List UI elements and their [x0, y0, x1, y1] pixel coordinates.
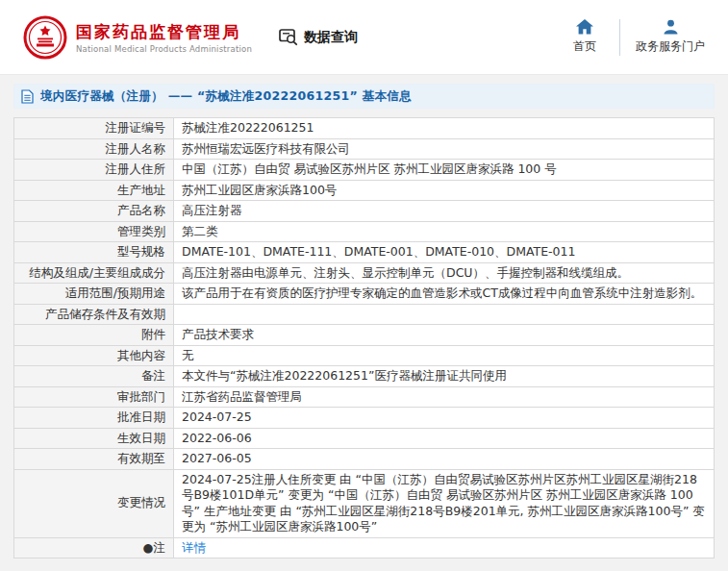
field-label: 生产地址: [14, 180, 174, 201]
field-value: 无: [174, 345, 715, 366]
field-value: 该产品用于在有资质的医疗护理专家确定的血管造影术或CT成像过程中向血管系统中注射…: [174, 284, 715, 305]
detail-link[interactable]: 详情: [182, 540, 206, 555]
page-title-bar: 境内医疗器械（注册） —— “苏械注准20222061251” 基本信息: [13, 84, 715, 109]
field-label: 型号规格: [14, 242, 174, 263]
field-value: 详情: [174, 537, 715, 559]
table-row: 其他内容无: [14, 345, 715, 366]
table-row: 变更情况2024-07-25注册人住所变更 由 “中国（江苏）自由贸易试验区苏州…: [14, 469, 715, 537]
table-row: 生产地址苏州工业园区唐家浜路100号: [14, 180, 715, 201]
table-row: 附件产品技术要求: [14, 325, 715, 346]
field-value: 苏州恒瑞宏远医疗科技有限公司: [174, 138, 715, 160]
field-label: ●注: [14, 537, 174, 559]
document-icon: [21, 89, 34, 104]
field-label: 注册人名称: [14, 138, 174, 160]
nav-portal-label: 政务服务门户: [636, 38, 705, 55]
field-value: 2024-07-25注册人住所变更 由 “中国（江苏）自由贸易试验区苏州片区苏州…: [174, 469, 715, 537]
field-label: 生效日期: [14, 428, 174, 449]
field-value: 高压注射器由电源单元、注射头、显示控制单元（DCU）、手握控制器和线缆组成。: [174, 262, 715, 284]
field-label: 有效期至: [14, 449, 174, 470]
field-label: 产品储存条件及有效期: [14, 304, 174, 325]
field-label: 管理类别: [14, 221, 174, 242]
field-label: 批准日期: [14, 408, 174, 429]
field-value: [174, 304, 715, 325]
home-icon: [576, 19, 593, 35]
org-name-cn: 国家药品监督管理局: [76, 21, 252, 42]
nav-portal[interactable]: 政务服务门户: [636, 19, 705, 55]
table-row: 型号规格DMATE-101、DMATE-111、DMATE-001、DMATE-…: [14, 242, 715, 263]
field-value: 第二类: [174, 221, 715, 242]
brand-text: 国家药品监督管理局 National Medical Products Admi…: [76, 21, 252, 54]
field-label: 审批部门: [14, 386, 174, 408]
field-value: 本文件与“苏械注准20222061251”医疗器械注册证共同使用: [174, 366, 715, 387]
table-row: 产品储存条件及有效期: [14, 304, 715, 325]
field-value: DMATE-101、DMATE-111、DMATE-001、DMATE-010、…: [174, 242, 715, 263]
field-label: 结构及组成/主要组成成分: [14, 262, 174, 284]
table-row: 结构及组成/主要组成成分高压注射器由电源单元、注射头、显示控制单元（DCU）、手…: [14, 262, 715, 284]
table-row: 批准日期2024-07-25: [14, 408, 715, 429]
page-title: 境内医疗器械（注册） —— “苏械注准20222061251” 基本信息: [40, 88, 412, 105]
table-row: 注册人住所中国（江苏）自由贸 易试验区苏州片区 苏州工业园区唐家浜路 100 号: [14, 160, 715, 181]
field-label: 备注: [14, 366, 174, 387]
field-label: 产品名称: [14, 201, 174, 222]
brand: 国家药品监督管理局 National Medical Products Admi…: [23, 15, 252, 60]
table-row: 备注本文件与“苏械注准20222061251”医疗器械注册证共同使用: [14, 366, 715, 387]
field-value: 苏州工业园区唐家浜路100号: [174, 180, 715, 201]
nav-data-query[interactable]: 数据查询: [279, 28, 358, 46]
field-value: 2024-07-25: [174, 408, 715, 429]
field-label: 注册证编号: [14, 118, 174, 139]
field-label: 附件: [14, 325, 174, 346]
field-label: 其他内容: [14, 345, 174, 366]
field-label: 适用范围/预期用途: [14, 284, 174, 305]
top-header: 国家药品监督管理局 National Medical Products Admi…: [0, 0, 728, 75]
field-value: 2027-06-05: [174, 449, 715, 470]
table-row: 审批部门江苏省药品监督管理局: [14, 386, 715, 408]
info-table: 注册证编号苏械注准20222061251注册人名称苏州恒瑞宏远医疗科技有限公司注…: [13, 117, 715, 559]
nav-home-label: 首页: [573, 38, 596, 55]
nav-home[interactable]: 首页: [565, 19, 604, 55]
data-query-icon: [279, 28, 298, 46]
table-row: 产品名称高压注射器: [14, 201, 715, 222]
table-row: 有效期至2027-06-05: [14, 449, 715, 470]
table-row: 生效日期2022-06-06: [14, 428, 715, 449]
table-row: 注册证编号苏械注准20222061251: [14, 118, 715, 139]
field-value: 中国（江苏）自由贸 易试验区苏州片区 苏州工业园区唐家浜路 100 号: [174, 160, 715, 181]
field-label: 注册人住所: [14, 160, 174, 181]
field-label: 变更情况: [14, 469, 174, 537]
nav-divider: [619, 19, 620, 56]
field-value: 产品技术要求: [174, 325, 715, 346]
table-row: 注册人名称苏州恒瑞宏远医疗科技有限公司: [14, 138, 715, 160]
top-nav: 首页 政务服务门户: [565, 19, 705, 56]
field-value: 江苏省药品监督管理局: [174, 386, 715, 408]
field-value: 高压注射器: [174, 201, 715, 222]
table-row: ●注详情: [14, 537, 715, 559]
data-query-label: 数据查询: [304, 29, 358, 46]
field-value: 苏械注准20222061251: [174, 118, 715, 139]
national-emblem-icon: [23, 15, 67, 60]
main-content: 境内医疗器械（注册） —— “苏械注准20222061251” 基本信息 注册证…: [0, 75, 728, 559]
field-value: 2022-06-06: [174, 428, 715, 449]
table-row: 管理类别第二类: [14, 221, 715, 242]
user-icon: [663, 19, 679, 35]
info-table-body: 注册证编号苏械注准20222061251注册人名称苏州恒瑞宏远医疗科技有限公司注…: [14, 118, 715, 559]
table-row: 适用范围/预期用途该产品用于在有资质的医疗护理专家确定的血管造影术或CT成像过程…: [14, 284, 715, 305]
org-name-en: National Medical Products Administration: [76, 44, 252, 54]
